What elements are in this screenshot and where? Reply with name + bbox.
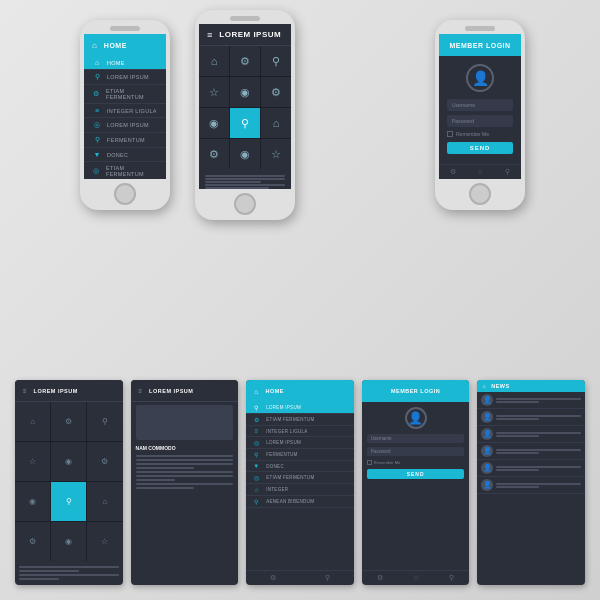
bs3-nav-0[interactable]: ⚲ LOREM IPSUM [246, 402, 354, 414]
bs3-bottom-gear: ⚙ [270, 574, 276, 582]
bs4-avatar: 👤 [405, 407, 427, 429]
mg1-2[interactable]: ⚲ [87, 402, 122, 441]
remember-me[interactable]: Remember Me [447, 131, 513, 137]
nav-label-2: ETIAM FERMENTUM [106, 88, 158, 100]
nav-item-2[interactable]: ⚙ ETIAM FERMENTUM [84, 85, 166, 104]
news-item-1[interactable]: 👤 [477, 392, 585, 409]
bs3-icon-8: ⚲ [251, 498, 261, 505]
grid-cell-5[interactable]: ⚙ [261, 77, 291, 107]
grid-cell-2[interactable]: ⚲ [261, 46, 291, 76]
bs1-line-4 [19, 578, 59, 580]
nl-5-2 [496, 469, 538, 471]
nav-item-7[interactable]: ◎ ETIAM FERMENTUM [84, 162, 166, 179]
bottom-screens-row: ≡ LOREM IPSUM ⌂ ⚙ ⚲ ☆ ◉ ⚙ ◉ ⚲ ⌂ ⚙ ◉ ☆ ≡ … [15, 380, 585, 585]
bs3-nav-3[interactable]: ◎ LOREM IPSUM [246, 437, 354, 449]
news-avatar-2: 👤 [481, 411, 493, 423]
bs4-send-btn[interactable]: SEND [367, 469, 465, 479]
bs4-username[interactable]: Username [367, 434, 465, 443]
nav-label-0: HOME [107, 60, 125, 66]
nav-item-0[interactable]: ⌂ HOME [84, 56, 166, 70]
mg1-4[interactable]: ◉ [51, 442, 86, 481]
bs3-header: ⌂ HOME [246, 380, 354, 402]
bs1-text [15, 561, 123, 585]
bs4-bottom-gear: ⚙ [377, 574, 383, 582]
bs1-line-2 [19, 570, 79, 572]
bs3-icon-2: ≡ [251, 428, 261, 434]
bs3-nav-5[interactable]: ▼ DONEC [246, 461, 354, 472]
mg1-11[interactable]: ☆ [87, 522, 122, 561]
bs3-nav-2[interactable]: ≡ INTEGER LIGULA [246, 426, 354, 437]
phone-center-screen: ≡ LOREM IPSUM ⌂ ⚙ ⚲ ☆ ◉ ⚙ ◉ ⚲ ⌂ ⚙ ◉ ☆ [199, 24, 291, 189]
bs3-nav-6[interactable]: ◎ ETIAM FERMENTUM [246, 472, 354, 484]
bs4-remember-label: Remember Me [374, 460, 400, 465]
bs4-bottom-search: ⚲ [449, 574, 454, 582]
news-item-3[interactable]: 👤 [477, 426, 585, 443]
body-line-3 [205, 181, 261, 183]
grid-cell-7[interactable]: ⚲ [230, 108, 260, 138]
news-item-2[interactable]: 👤 [477, 409, 585, 426]
mg1-0[interactable]: ⌂ [15, 402, 50, 441]
send-button[interactable]: SEND [447, 142, 513, 154]
mg1-7[interactable]: ⚲ [51, 482, 86, 521]
mg1-9[interactable]: ⚙ [15, 522, 50, 561]
news-item-4[interactable]: 👤 [477, 443, 585, 460]
grid-cell-11[interactable]: ☆ [261, 139, 291, 169]
nl-1-2 [496, 401, 538, 403]
mg1-3[interactable]: ☆ [15, 442, 50, 481]
bs5-title: NEWS [491, 383, 510, 389]
grid-cell-9[interactable]: ⚙ [199, 139, 229, 169]
bs3-nav-4[interactable]: ⚲ FERMENTUM [246, 449, 354, 461]
grid-cell-8[interactable]: ⌂ [261, 108, 291, 138]
news-item-5[interactable]: 👤 [477, 460, 585, 477]
bs3-nav-8[interactable]: ⚲ AENEAN BIBENDUM [246, 496, 354, 508]
mg1-10[interactable]: ◉ [51, 522, 86, 561]
nav-item-5[interactable]: ⚲ FERMENTUM [84, 133, 166, 148]
bottom-icons: ⚙ ☆ ⚲ [439, 164, 521, 179]
mg1-8[interactable]: ⌂ [87, 482, 122, 521]
bottom-search-icon: ⚲ [505, 168, 510, 176]
body-line-1 [205, 175, 285, 177]
mg1-1[interactable]: ⚙ [51, 402, 86, 441]
nav-item-3[interactable]: ≡ INTEGER LIGULA [84, 104, 166, 118]
bs3-label-1: ETIAM FERMENTUM [266, 417, 314, 422]
bs3-nav-7[interactable]: ☆ INTEGER [246, 484, 354, 496]
phone-right: MEMBER LOGIN 👤 Username Password Remembe… [435, 20, 525, 210]
nav-label-6: DONEC [107, 152, 128, 158]
password-field[interactable]: Password [447, 115, 513, 127]
bs4-remember[interactable]: Remember Me [367, 460, 465, 465]
grid-cell-3[interactable]: ☆ [199, 77, 229, 107]
grid-cell-4[interactable]: ◉ [230, 77, 260, 107]
bs2-line-2 [136, 459, 234, 461]
bs1-title: LOREM IPSUM [34, 388, 78, 394]
news-item-6[interactable]: 👤 [477, 477, 585, 494]
mg1-6[interactable]: ◉ [15, 482, 50, 521]
nav-label-1: LOREM IPSUM [107, 74, 149, 80]
bs3-nav-1[interactable]: ⚙ ETIAM FERMENTUM [246, 414, 354, 426]
bs4-password[interactable]: Password [367, 447, 465, 456]
username-field[interactable]: Username [447, 99, 513, 111]
bs1-grid: ⌂ ⚙ ⚲ ☆ ◉ ⚙ ◉ ⚲ ⌂ ⚙ ◉ ☆ [15, 402, 123, 561]
body-line-4 [205, 184, 285, 186]
nl-4-2 [496, 452, 538, 454]
mg1-5[interactable]: ⚙ [87, 442, 122, 481]
remember-me-label: Remember Me [456, 131, 489, 137]
grid-cell-10[interactable]: ◉ [230, 139, 260, 169]
grid-cell-6[interactable]: ◉ [199, 108, 229, 138]
grid-cell-0[interactable]: ⌂ [199, 46, 229, 76]
bs2-image [136, 405, 234, 440]
news-avatar-3: 👤 [481, 428, 493, 440]
bs3-icon-7: ☆ [251, 486, 261, 493]
nl-2-1 [496, 415, 581, 417]
nav-item-4[interactable]: ◎ LOREM IPSUM [84, 118, 166, 133]
grid-cell-1[interactable]: ⚙ [230, 46, 260, 76]
bs2-header: ≡ LOREM IPSUM [131, 380, 239, 402]
bs2-body [131, 452, 239, 492]
bottom-gear-icon: ⚙ [450, 168, 456, 176]
nav-item-6[interactable]: ▼ DONEC [84, 148, 166, 162]
nav-item-1[interactable]: ⚲ LOREM IPSUM [84, 70, 166, 85]
right-header-title: MEMBER LOGIN [449, 42, 510, 49]
login-avatar: 👤 [466, 64, 494, 92]
bs3-label-0: LOREM IPSUM [266, 405, 301, 410]
bs3-icon-3: ◎ [251, 439, 261, 446]
nl-5-1 [496, 466, 581, 468]
